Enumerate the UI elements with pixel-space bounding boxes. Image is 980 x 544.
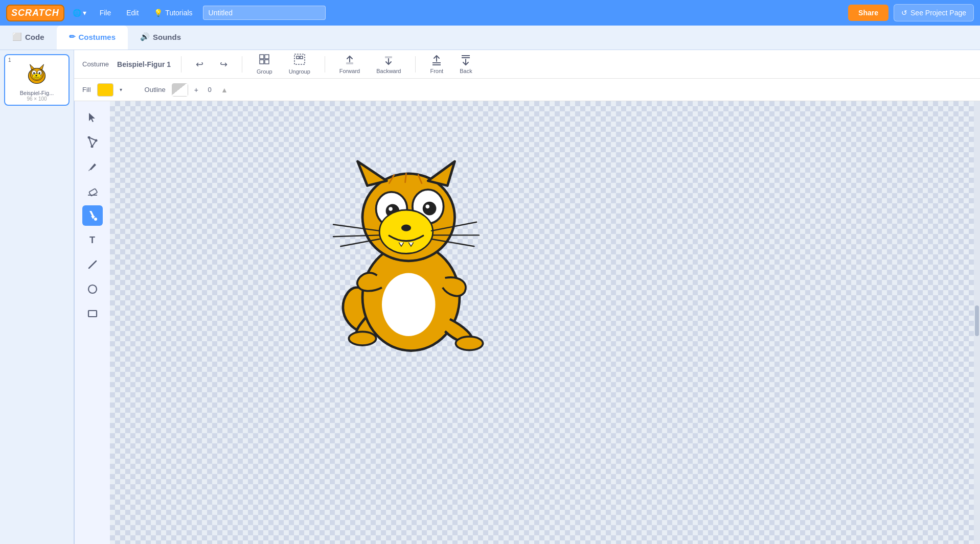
redo-button[interactable]: ↪ bbox=[216, 57, 232, 72]
scratch-logo[interactable]: SCRATCH bbox=[6, 5, 64, 21]
svg-point-43 bbox=[389, 207, 393, 211]
svg-point-44 bbox=[423, 202, 437, 216]
text-tool-button[interactable]: T bbox=[82, 230, 103, 250]
reshape-icon bbox=[87, 136, 98, 148]
rect-tool-button[interactable] bbox=[82, 303, 103, 324]
scratch-cat-container bbox=[304, 142, 498, 363]
text-icon: T bbox=[89, 235, 95, 246]
vertical-scrollbar[interactable] bbox=[974, 101, 980, 544]
svg-point-24 bbox=[95, 139, 97, 142]
svg-rect-14 bbox=[294, 54, 305, 64]
svg-marker-3 bbox=[39, 64, 44, 70]
costume-name-display: Beispiel-Figur 1 bbox=[117, 60, 171, 68]
brush-icon bbox=[87, 161, 98, 172]
edit-menu-button[interactable]: Edit bbox=[121, 7, 144, 19]
costume-number: 1 bbox=[8, 57, 11, 63]
rect-icon bbox=[87, 308, 98, 319]
outline-value: 0 bbox=[204, 86, 215, 93]
outline-stepper-up[interactable]: ▲ bbox=[221, 86, 228, 94]
svg-rect-18 bbox=[385, 56, 392, 58]
tab-costumes[interactable]: ✏ Costumes bbox=[57, 26, 128, 50]
globe-icon: 🌐 bbox=[73, 9, 81, 17]
svg-rect-15 bbox=[297, 56, 299, 59]
lightbulb-icon: 💡 bbox=[154, 9, 163, 17]
pencil-icon: ✏ bbox=[69, 32, 76, 41]
forward-button[interactable]: Forward bbox=[335, 53, 364, 76]
top-navigation: SCRATCH 🌐 ▾ File Edit 💡 Tutorials Share … bbox=[0, 0, 980, 26]
canvas-tools-area: T bbox=[74, 101, 980, 544]
fill-color-chevron[interactable]: ▾ bbox=[120, 87, 122, 92]
file-menu-button[interactable]: File bbox=[95, 7, 117, 19]
fill-color-box[interactable] bbox=[97, 83, 113, 97]
front-button[interactable]: Front bbox=[426, 53, 447, 76]
undo-button[interactable]: ↩ bbox=[192, 57, 208, 72]
tab-sounds[interactable]: 🔊 Sounds bbox=[128, 26, 193, 50]
reshape-tool-button[interactable] bbox=[82, 132, 103, 152]
svg-rect-16 bbox=[300, 56, 303, 59]
toolbar-divider-1 bbox=[181, 56, 181, 73]
svg-marker-2 bbox=[30, 64, 35, 70]
costume-item[interactable]: 1 bbox=[4, 54, 70, 106]
line-icon bbox=[87, 259, 98, 270]
costume-size: 96 × 100 bbox=[27, 96, 47, 102]
svg-point-46 bbox=[379, 210, 433, 254]
select-icon bbox=[87, 112, 98, 123]
svg-marker-39 bbox=[428, 161, 454, 186]
back-button[interactable]: Back bbox=[455, 53, 476, 76]
circle-tool-button[interactable] bbox=[82, 279, 103, 299]
backward-button[interactable]: Backward bbox=[372, 53, 405, 76]
scrollbar-thumb[interactable] bbox=[975, 305, 979, 336]
toolbar-divider-3 bbox=[325, 56, 325, 73]
share-button[interactable]: Share bbox=[848, 5, 888, 21]
svg-marker-38 bbox=[358, 161, 387, 186]
fill-row: Fill ▾ Outline + 0 ▲ bbox=[74, 79, 980, 101]
scratch-cat-svg bbox=[304, 142, 498, 361]
group-button[interactable]: Group bbox=[253, 52, 277, 77]
svg-rect-10 bbox=[260, 55, 264, 59]
costume-panel: 1 bbox=[0, 50, 74, 544]
ungroup-button[interactable]: Ungroup bbox=[285, 52, 314, 77]
editor-toolbar: Costume Beispiel-Figur 1 ↩ ↪ Group Ungro… bbox=[74, 50, 980, 79]
project-title-input[interactable] bbox=[203, 6, 326, 20]
tab-code[interactable]: ⬜ Code bbox=[0, 26, 57, 50]
select-tool-button[interactable] bbox=[82, 107, 103, 128]
svg-point-7 bbox=[39, 72, 41, 74]
brush-tool-button[interactable] bbox=[82, 156, 103, 177]
outline-color-box[interactable] bbox=[172, 83, 188, 97]
redo-icon: ↪ bbox=[220, 59, 227, 70]
refresh-icon: ↺ bbox=[901, 9, 907, 17]
eraser-icon bbox=[87, 185, 98, 197]
svg-rect-13 bbox=[265, 60, 269, 64]
canvas-area[interactable] bbox=[110, 101, 974, 544]
costume-preview bbox=[16, 58, 57, 89]
group-icon bbox=[259, 54, 270, 67]
svg-point-33 bbox=[382, 273, 436, 337]
see-project-button[interactable]: ↺ See Project Page bbox=[894, 4, 974, 21]
chevron-down-icon: ▾ bbox=[83, 9, 86, 17]
svg-point-8 bbox=[33, 74, 41, 79]
fill-tool-button[interactable] bbox=[82, 205, 103, 226]
code-icon: ⬜ bbox=[12, 32, 22, 41]
language-button[interactable]: 🌐 ▾ bbox=[70, 7, 89, 19]
svg-point-9 bbox=[35, 75, 37, 76]
backward-icon bbox=[383, 55, 394, 67]
costume-label: Beispiel-Fig... bbox=[20, 90, 54, 96]
editor-area: Costume Beispiel-Figur 1 ↩ ↪ Group Ungro… bbox=[74, 50, 980, 544]
tutorials-button[interactable]: 💡 Tutorials bbox=[149, 7, 197, 19]
line-tool-button[interactable] bbox=[82, 254, 103, 275]
ungroup-icon bbox=[294, 54, 305, 67]
costume-thumbnail bbox=[19, 58, 55, 89]
sound-icon: 🔊 bbox=[140, 32, 150, 41]
eraser-tool-button[interactable] bbox=[82, 181, 103, 201]
outline-plus-button[interactable]: + bbox=[194, 86, 198, 94]
svg-point-35 bbox=[349, 332, 376, 345]
svg-point-45 bbox=[426, 205, 430, 209]
svg-rect-12 bbox=[260, 60, 264, 64]
svg-line-55 bbox=[405, 174, 406, 182]
svg-point-6 bbox=[33, 72, 35, 74]
front-icon bbox=[431, 55, 442, 67]
fill-icon bbox=[87, 210, 98, 221]
forward-icon bbox=[344, 55, 355, 67]
outline-label: Outline bbox=[145, 86, 166, 93]
svg-point-47 bbox=[401, 225, 411, 231]
